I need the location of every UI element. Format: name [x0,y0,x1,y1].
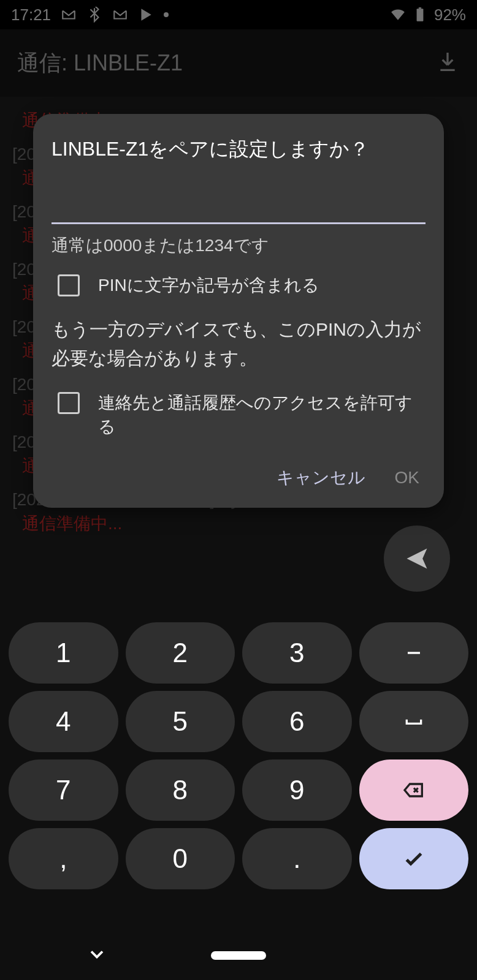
key-7[interactable]: 7 [9,760,118,821]
key-enter[interactable] [359,828,469,889]
send-button[interactable] [384,526,450,592]
key-9[interactable]: 9 [242,760,352,821]
pairing-info: もう一方のデバイスでも、このPINの入力が必要な場合があります。 [52,315,425,372]
pairing-dialog: LINBLE-Z1をペアに設定しますか？ 通常は0000または1234です PI… [33,114,444,508]
ok-button[interactable]: OK [395,466,419,489]
key-6[interactable]: 6 [242,691,352,752]
key-8[interactable]: 8 [126,760,235,821]
pin-alphanumeric-label: PINに文字か記号が含まれる [98,273,319,297]
key-period[interactable]: . [242,828,352,889]
key-1[interactable]: 1 [9,622,118,684]
allow-contacts-checkbox[interactable] [58,392,80,414]
key-4[interactable]: 4 [9,691,118,752]
allow-contacts-label: 連絡先と通話履歴へのアクセスを許可する [98,391,425,439]
pin-alphanumeric-checkbox[interactable] [58,274,80,296]
svg-rect-2 [408,652,420,654]
keyboard-hide-icon[interactable] [86,943,108,968]
numeric-keyboard: 1 2 3 4 5 6 7 8 9 , 0 . [0,610,477,980]
dialog-title: LINBLE-Z1をペアに設定しますか？ [52,136,425,163]
key-2[interactable]: 2 [126,622,235,684]
key-space[interactable] [359,691,469,752]
key-comma[interactable]: , [9,828,118,889]
navigation-bar [0,931,477,980]
key-3[interactable]: 3 [242,622,352,684]
pin-hint: 通常は0000または1234です [52,234,425,257]
home-gesture-pill[interactable] [211,951,266,960]
key-dash[interactable] [359,622,469,684]
key-backspace[interactable] [359,760,469,821]
pin-input[interactable] [52,194,425,224]
key-0[interactable]: 0 [126,828,235,889]
cancel-button[interactable]: キャンセル [277,466,365,489]
key-5[interactable]: 5 [126,691,235,752]
